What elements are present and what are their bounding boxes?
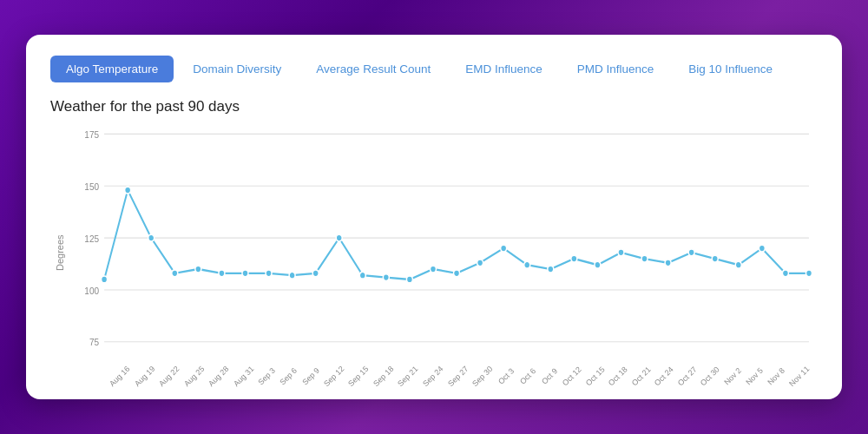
- svg-point-33: [641, 255, 648, 262]
- svg-point-37: [735, 261, 741, 268]
- svg-point-36: [712, 255, 718, 262]
- svg-point-21: [359, 272, 365, 279]
- tab-pmd-influence[interactable]: PMD Influence: [562, 56, 670, 82]
- svg-point-22: [383, 274, 389, 281]
- svg-text:100: 100: [84, 285, 99, 296]
- tab-algo-temperature[interactable]: Algo Temperature: [50, 56, 174, 82]
- svg-point-35: [688, 249, 694, 256]
- svg-point-15: [219, 270, 225, 277]
- x-axis-labels: Aug 16Aug 19Aug 22Aug 25Aug 28Aug 31Sep …: [69, 373, 818, 382]
- svg-point-13: [172, 270, 178, 277]
- svg-point-20: [336, 234, 342, 241]
- svg-point-10: [102, 276, 108, 283]
- svg-point-12: [148, 234, 155, 241]
- main-card: Algo Temperature Domain Diversity Averag…: [26, 35, 842, 399]
- svg-point-25: [454, 270, 460, 277]
- svg-point-30: [571, 255, 577, 262]
- y-axis-label: Degrees: [50, 124, 69, 382]
- svg-point-40: [806, 270, 812, 277]
- chart-title: Weather for the past 90 days: [50, 98, 818, 115]
- svg-point-27: [501, 245, 507, 252]
- svg-point-23: [406, 276, 412, 283]
- svg-point-14: [195, 266, 201, 273]
- svg-point-39: [782, 270, 788, 277]
- chart-inner: 75100125150175 Aug 16Aug 19Aug 22Aug 25A…: [69, 124, 818, 382]
- svg-point-26: [477, 260, 483, 266]
- svg-point-11: [125, 187, 131, 194]
- tab-emd-influence[interactable]: EMD Influence: [450, 56, 558, 82]
- svg-point-24: [430, 266, 436, 273]
- svg-point-34: [665, 260, 671, 266]
- tab-bar: Algo Temperature Domain Diversity Averag…: [50, 56, 818, 82]
- svg-text:125: 125: [84, 233, 99, 244]
- chart-svg: 75100125150175: [69, 124, 818, 372]
- grid-and-plot: 75100125150175: [69, 124, 818, 372]
- svg-text:75: 75: [89, 337, 99, 348]
- svg-point-28: [524, 261, 530, 268]
- svg-point-19: [312, 270, 319, 277]
- svg-point-16: [242, 270, 248, 277]
- svg-point-31: [595, 261, 601, 268]
- tab-average-result-count[interactable]: Average Result Count: [300, 56, 446, 82]
- chart-area: Degrees 75100125150175 Aug 16Aug 19Aug 2…: [50, 124, 818, 382]
- svg-point-32: [618, 249, 624, 256]
- svg-point-18: [289, 272, 295, 279]
- svg-point-17: [266, 270, 272, 277]
- tab-big-10-influence[interactable]: Big 10 Influence: [673, 56, 788, 82]
- svg-point-29: [548, 266, 554, 273]
- svg-point-38: [759, 245, 765, 252]
- svg-text:150: 150: [84, 181, 99, 192]
- svg-text:175: 175: [84, 128, 99, 140]
- tab-domain-diversity[interactable]: Domain Diversity: [177, 56, 297, 82]
